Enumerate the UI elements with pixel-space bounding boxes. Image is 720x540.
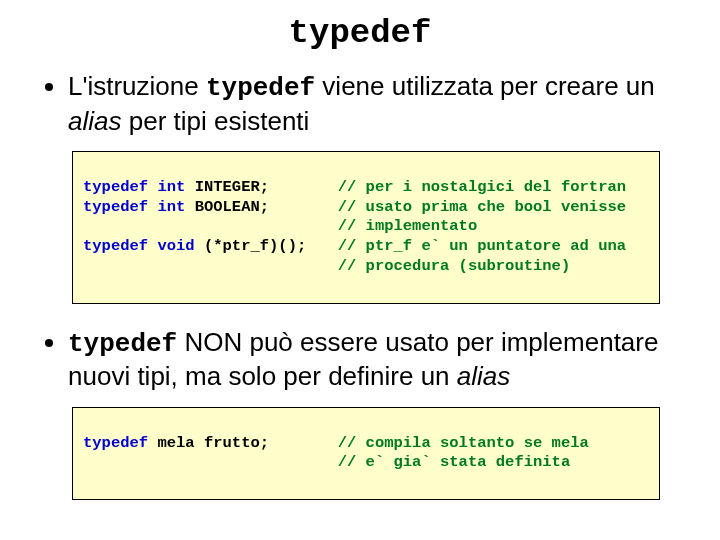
slide: typedef L'istruzione typedef viene utili… (0, 0, 720, 540)
code1-l2-id: BOOLEAN (195, 198, 260, 216)
bullet-1-pre: L'istruzione (68, 71, 206, 101)
code1-l4-id: (*ptr_f)() (204, 237, 297, 255)
code-box-2: typedef mela frutto; // compila soltanto… (72, 407, 660, 500)
bullet-1-post1: viene utilizzata per creare un (315, 71, 655, 101)
bullet-list-2: typedef NON può essere usato per impleme… (68, 326, 680, 393)
code1-c5: // procedura (subroutine) (338, 257, 571, 275)
code1-c4: // ptr_f e` un puntatore ad una (338, 237, 626, 255)
bullet-1-alias: alias (68, 106, 121, 136)
code1-l3-blank (83, 217, 92, 235)
slide-title: typedef (40, 14, 680, 52)
bullet-1-post2: per tipi esistenti (121, 106, 309, 136)
code2-l1-kw: typedef (83, 434, 157, 452)
code-box-1: typedef int INTEGER; typedef int BOOLEAN… (72, 151, 660, 304)
code1-c2: // usato prima che bool venisse (338, 198, 626, 216)
code2-c1: // compila soltanto se mela (338, 434, 589, 452)
code1-c1: // per i nostalgici del fortran (338, 178, 626, 196)
bullet-2: typedef NON può essere usato per impleme… (68, 326, 680, 393)
code-table-2: typedef mela frutto; // compila soltanto… (83, 414, 649, 493)
code2-l1-sc: ; (260, 434, 269, 452)
code1-c3: // implementato (338, 217, 478, 235)
code1-l2-sc: ; (260, 198, 269, 216)
code2-c2: // e` gia` stata definita (338, 453, 571, 471)
code1-l2-kw: typedef int (83, 198, 195, 216)
code1-l1-sc: ; (260, 178, 269, 196)
code1-l1-kw: typedef int (83, 178, 195, 196)
bullet-2-keyword: typedef (68, 329, 177, 359)
code1-l1-id: INTEGER (195, 178, 260, 196)
bullet-1-keyword: typedef (206, 73, 315, 103)
bullet-1: L'istruzione typedef viene utilizzata pe… (68, 70, 680, 137)
code1-l4-sc: ; (297, 237, 306, 255)
code1-l4-kw: typedef void (83, 237, 204, 255)
code2-l1-id: mela frutto (157, 434, 259, 452)
bullet-2-alias: alias (457, 361, 510, 391)
bullet-list-1: L'istruzione typedef viene utilizzata pe… (68, 70, 680, 137)
code-table-1: typedef int INTEGER; typedef int BOOLEAN… (83, 158, 649, 297)
